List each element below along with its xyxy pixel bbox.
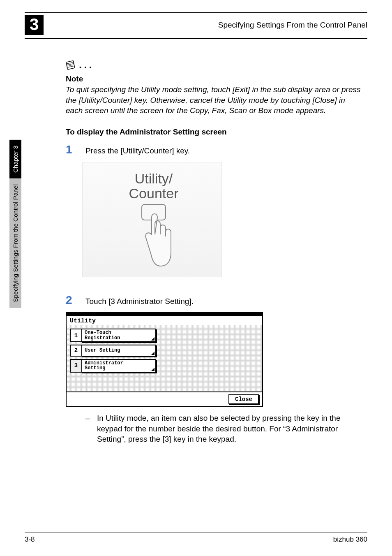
step-2-bullet-text: In Utility mode, an item can also be sel… xyxy=(97,413,362,445)
user-setting-button[interactable]: User Setting xyxy=(81,345,156,357)
note-icon-row: ... xyxy=(66,60,362,73)
step-2: 2 Touch [3 Administrator Setting]. xyxy=(66,294,362,307)
footer-rule xyxy=(25,533,367,533)
section-title: To display the Administrator Setting scr… xyxy=(66,127,362,137)
menu-index-3: 3 xyxy=(70,359,81,373)
utility-counter-illustration: Utility/ Counter xyxy=(82,162,222,277)
note-title: Note xyxy=(66,74,362,83)
menu-index-1: 1 xyxy=(70,329,81,342)
note-block: ... Note To quit specifying the Utility … xyxy=(66,60,362,116)
step-1: 1 Press the [Utility/Counter] key. xyxy=(66,143,362,156)
footer-page-number: 3-8 xyxy=(25,535,35,544)
side-tab-section: Specifying Settings From the Control Pan… xyxy=(9,178,21,308)
menu-top-bar xyxy=(67,313,262,316)
page-header: 3 Specifying Settings From the Control P… xyxy=(25,15,367,39)
step-2-text: Touch [3 Administrator Setting]. xyxy=(85,294,194,307)
menu-title: Utility xyxy=(67,316,262,325)
corner-icon xyxy=(151,352,154,355)
header-top-rule xyxy=(25,12,367,13)
menu-index-2: 2 xyxy=(70,345,81,357)
side-tab: Chapter 3 Specifying Settings From the C… xyxy=(8,140,22,345)
corner-icon xyxy=(151,368,154,371)
hand-press-icon xyxy=(134,212,175,269)
note-body-text: To quit specifying the Utility mode sett… xyxy=(66,84,362,116)
menu-row-2: 2 User Setting xyxy=(70,345,156,357)
menu-1-line2: Registration xyxy=(85,335,120,341)
step-1-number: 1 xyxy=(66,143,76,156)
menu-row-3: 3 Administrator Setting xyxy=(70,359,156,373)
one-touch-registration-button[interactable]: One-Touch Registration xyxy=(81,329,156,342)
note-ellipsis-icon: ... xyxy=(79,58,94,71)
page-header-title: Specifying Settings From the Control Pan… xyxy=(218,21,367,30)
footer-model: bizhub 360 xyxy=(333,535,367,544)
chapter-number-badge: 3 xyxy=(25,15,44,35)
step-1-text: Press the [Utility/Counter] key. xyxy=(85,143,190,156)
step-2-number: 2 xyxy=(66,294,76,307)
content-area: ... Note To quit specifying the Utility … xyxy=(66,60,362,445)
note-book-icon xyxy=(65,59,78,74)
page-footer: 3-8 bizhub 360 xyxy=(25,535,367,544)
menu-3-line2: Setting xyxy=(85,365,105,371)
menu-footer: Close xyxy=(67,392,262,406)
illustration-label-line1: Utility/ xyxy=(115,171,193,186)
menu-row-1: 1 One-Touch Registration xyxy=(70,329,156,342)
utility-menu-screenshot: Utility 1 One-Touch Registration 2 User … xyxy=(66,312,263,407)
side-tab-chapter: Chapter 3 xyxy=(9,140,21,178)
menu-2-line1: User Setting xyxy=(85,348,120,353)
step-2-bullet: – In Utility mode, an item can also be s… xyxy=(85,413,362,445)
corner-icon xyxy=(151,337,154,341)
bullet-dash-icon: – xyxy=(85,413,90,445)
menu-body: 1 One-Touch Registration 2 User Setting xyxy=(67,325,262,392)
close-button[interactable]: Close xyxy=(228,394,259,404)
illustration-label-line2: Counter xyxy=(115,186,193,201)
administrator-setting-button[interactable]: Administrator Setting xyxy=(81,359,156,373)
